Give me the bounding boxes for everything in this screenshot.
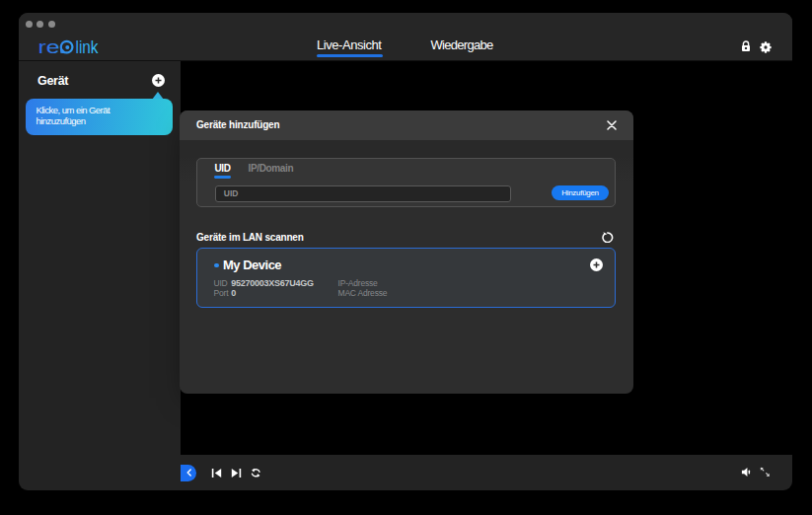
svg-text:re: re [38,37,60,57]
svg-text:link: link [76,37,99,57]
